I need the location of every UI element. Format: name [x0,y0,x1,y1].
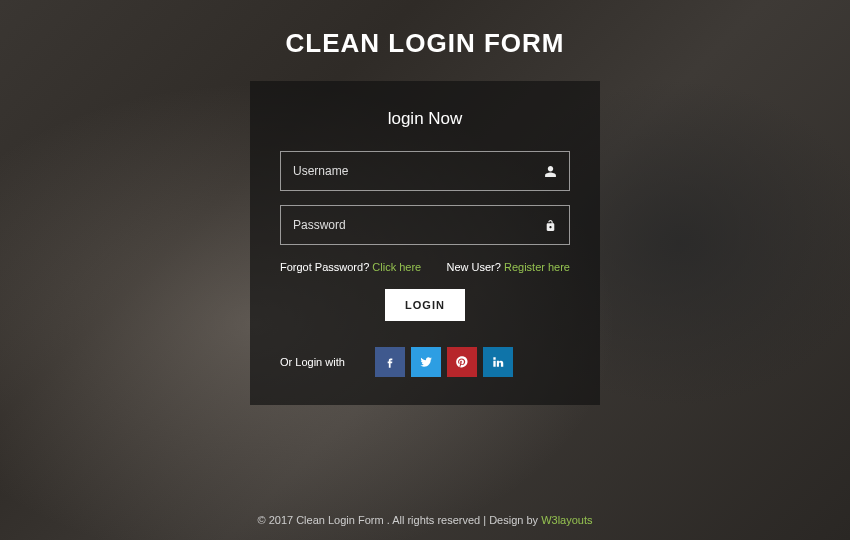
login-button[interactable]: LOGIN [385,289,465,321]
footer-text: © 2017 Clean Login Form . All rights res… [257,514,541,526]
forgot-password-text: Forgot Password? Click here [280,261,421,273]
newuser-label: New User? [446,261,500,273]
footer-link[interactable]: W3layouts [541,514,592,526]
username-input[interactable] [293,164,544,178]
social-row: Or Login with [280,347,570,377]
user-icon [544,165,557,178]
social-label: Or Login with [280,356,345,368]
login-panel: login Now Forgot Password? Click here Ne… [250,81,600,405]
forgot-password-link[interactable]: Click here [372,261,421,273]
pinterest-icon [455,355,469,369]
social-icons [375,347,513,377]
facebook-icon [383,355,397,369]
pinterest-button[interactable] [447,347,477,377]
forgot-label: Forgot Password? [280,261,369,273]
panel-heading: login Now [388,109,463,129]
password-input[interactable] [293,218,544,232]
page-title: CLEAN LOGIN FORM [286,28,565,59]
links-row: Forgot Password? Click here New User? Re… [280,261,570,273]
username-field-wrapper [280,151,570,191]
footer: © 2017 Clean Login Form . All rights res… [0,514,850,526]
facebook-button[interactable] [375,347,405,377]
register-link[interactable]: Register here [504,261,570,273]
unlock-icon [544,219,557,232]
new-user-text: New User? Register here [446,261,570,273]
linkedin-button[interactable] [483,347,513,377]
linkedin-icon [491,355,505,369]
password-field-wrapper [280,205,570,245]
twitter-button[interactable] [411,347,441,377]
twitter-icon [419,355,433,369]
